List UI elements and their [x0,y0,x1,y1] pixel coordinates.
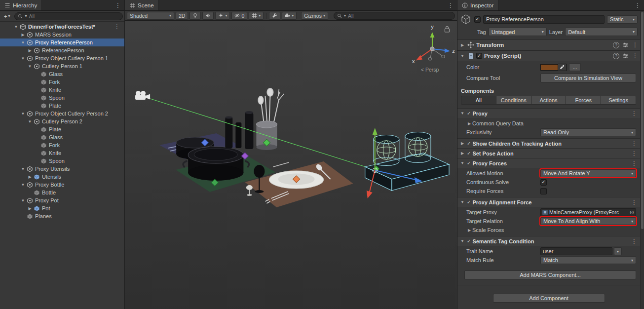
hierarchy-item-glass[interactable]: Glass [0,70,124,78]
kebab-menu-icon[interactable]: ⋮ [448,2,454,9]
foldout-arrow[interactable]: ▶ [20,33,26,37]
create-object-button[interactable]: + ▾ [1,13,12,20]
foldout-arrow[interactable]: ▼ [20,112,26,116]
kebab-menu-icon[interactable]: ⋮ [631,110,637,117]
foldout-arrow[interactable]: ▶ [27,48,33,53]
grid-visibility-dropdown[interactable]: ▾ [249,12,264,20]
hierarchy-item-glass[interactable]: Glass [0,133,124,141]
hierarchy-item-pot[interactable]: ▶Pot [0,204,124,212]
tag-dropdown[interactable]: Untagged ▾ [489,28,547,36]
hierarchy-item-proxy-object-cutlery-person-1[interactable]: ▼Proxy Object Cutlery Person 1 [0,54,124,62]
continuous-solve-checkbox[interactable]: ✓ [540,179,547,186]
hierarchy-item-proxy-utensils[interactable]: ▼Proxy Utensils [0,165,124,173]
camera-settings-dropdown[interactable]: ▾ [282,12,297,20]
add-component-button[interactable]: Add Component [493,294,605,303]
kebab-menu-icon[interactable]: ⋮ [631,150,637,157]
help-icon[interactable]: ? [613,53,619,59]
foldout-arrow[interactable]: ▼ [459,54,465,58]
hierarchy-item-spoon[interactable]: Spoon [0,157,124,165]
foldout-arrow[interactable]: ▶ [459,151,465,155]
component-section-set-pose-action[interactable]: ▶✓Set Pose Action⋮ [457,148,640,158]
foldout-arrow[interactable]: ▼ [13,25,19,29]
foldout-arrow[interactable]: ▼ [27,64,33,69]
kebab-menu-icon[interactable]: ⋮ [114,23,124,30]
foldout-arrow[interactable]: ▶ [27,175,33,179]
object-picker-icon[interactable]: ⊙ [630,209,634,216]
foldout-arrow[interactable]: ▼ [459,239,465,243]
search-filter-caret-icon[interactable]: ▾ [25,14,27,18]
component-section-show-children-on-tracking-action[interactable]: ▶✓Show Children On Tracking Action⋮ [457,138,640,148]
foldout-arrow[interactable]: ▶ [459,141,465,146]
inspector-scrollbar[interactable] [640,11,644,309]
foldout-arrow[interactable]: ▼ [459,161,465,165]
shading-mode-dropdown[interactable]: Shaded ▾ [127,12,174,20]
hierarchy-search-input[interactable]: ▾ All [14,12,123,20]
tab-scene[interactable]: Scene [125,0,159,10]
filter-tab-actions[interactable]: Actions [531,96,567,105]
hierarchy-item-knife[interactable]: Knife [0,86,124,94]
trait-name-text-field[interactable]: user [540,247,612,255]
scene-viewport[interactable]: y z x < Persp [125,21,457,309]
hierarchy-item-mars-session[interactable]: ▶MARS Session [0,31,124,39]
component-section-proxy[interactable]: ▼✓Proxy⋮ [457,108,640,118]
add-mars-component-button[interactable]: Add MARS Component... [464,270,636,279]
hierarchy-item-dinnerfortwoforcestest[interactable]: ▼DinnerForTwoForcesTest*⋮ [0,23,124,31]
compare-in-simulation-button[interactable]: Compare in Simulation View [540,74,636,82]
exclusivity-dropdown[interactable]: Read Only▾ [540,128,636,136]
foldout-arrow[interactable]: ▼ [20,198,26,203]
filter-tab-settings[interactable]: Settings [601,96,636,105]
hierarchy-item-fork[interactable]: Fork [0,78,124,86]
tab-hierarchy[interactable]: Hierarchy [0,0,42,10]
audio-toggle-button[interactable] [202,12,214,20]
search-filter-caret-icon[interactable]: ▾ [344,13,346,18]
transform-component-header[interactable]: ▶ Transform ? ⋮ [457,39,640,50]
target-relation-dropdown[interactable]: Move To And Align With▾ [540,217,636,225]
hierarchy-item-plate[interactable]: Plate [0,102,124,110]
kebab-menu-icon[interactable]: ⋮ [635,2,641,9]
component-section-proxy-alignment-force[interactable]: ▼✓Proxy Alignment Force⋮ [457,197,640,207]
foldout-arrow[interactable]: ▼ [20,167,26,171]
kebab-menu-icon[interactable]: ⋮ [631,140,637,147]
foldout-arrow[interactable]: ▶ [466,228,472,232]
hierarchy-item-proxy-pot[interactable]: ▼Proxy Pot [0,196,124,204]
gizmos-dropdown[interactable]: Gizmos ▾ [301,12,328,20]
foldout-arrow[interactable]: ▶ [27,206,33,211]
hierarchy-item-cutlery-person-2[interactable]: ▼Cutlery Person 2 [0,117,124,125]
component-section-semantic-tag-condition[interactable]: ▼✓Semantic Tag Condition⋮ [457,236,640,246]
require-forces-checkbox[interactable] [540,188,547,194]
color-swatch[interactable] [540,64,558,71]
kebab-menu-icon[interactable]: ⋮ [632,41,638,48]
hierarchy-item-knife[interactable]: Knife [0,149,124,157]
component-enabled-checkbox[interactable]: ✓ [476,53,482,59]
2d-toggle-button[interactable]: 2D [176,12,188,20]
filter-tab-forces[interactable]: Forces [566,96,601,105]
help-icon[interactable]: ? [613,42,619,48]
kebab-menu-icon[interactable]: ⋮ [631,238,637,245]
target-proxy-object-field[interactable]: #MainCameraProxy (ProxyForc⊙ [540,208,636,216]
hierarchy-item-proxy-bottle[interactable]: ▼Proxy Bottle [0,181,124,189]
hierarchy-item-planes[interactable]: Planes [0,212,124,220]
scrollbar-thumb[interactable] [641,12,644,229]
tab-inspector[interactable]: Inspector [457,0,498,10]
hierarchy-item-bottle[interactable]: Bottle [0,189,124,196]
presets-icon[interactable] [623,42,629,48]
component-section-proxy-forces[interactable]: ▼✓Proxy Forces⋮ [457,158,640,168]
presets-icon[interactable] [623,53,629,59]
hierarchy-item-referenceperson[interactable]: ▶ReferencePerson [0,46,124,54]
foldout-arrow[interactable]: ▼ [27,119,33,124]
gameobject-name-field[interactable]: Proxy ReferencePerson [483,15,605,24]
filter-tab-conditions[interactable]: Conditions [496,96,531,105]
allowed-motion-dropdown[interactable]: Move And Rotate Y▾ [540,169,636,177]
hierarchy-item-proxy-referenceperson[interactable]: ▼Proxy ReferencePerson [0,39,124,46]
scene-visibility-button[interactable]: 0 [231,12,247,20]
proxy-script-component-header[interactable]: ▼ ✓ Proxy (Script) ? ⋮ [457,50,640,61]
eyedropper-button[interactable] [558,64,567,71]
tools-button[interactable] [269,12,280,20]
filter-tab-all[interactable]: All [461,96,496,105]
foldout-arrow[interactable]: ▼ [20,56,26,61]
kebab-menu-icon[interactable]: ⋮ [632,52,638,59]
layer-dropdown[interactable]: Default ▾ [565,28,638,36]
kebab-menu-icon[interactable]: ⋮ [631,199,637,206]
effects-dropdown[interactable]: ▾ [215,12,230,20]
static-dropdown[interactable]: Static ▾ [607,15,638,24]
